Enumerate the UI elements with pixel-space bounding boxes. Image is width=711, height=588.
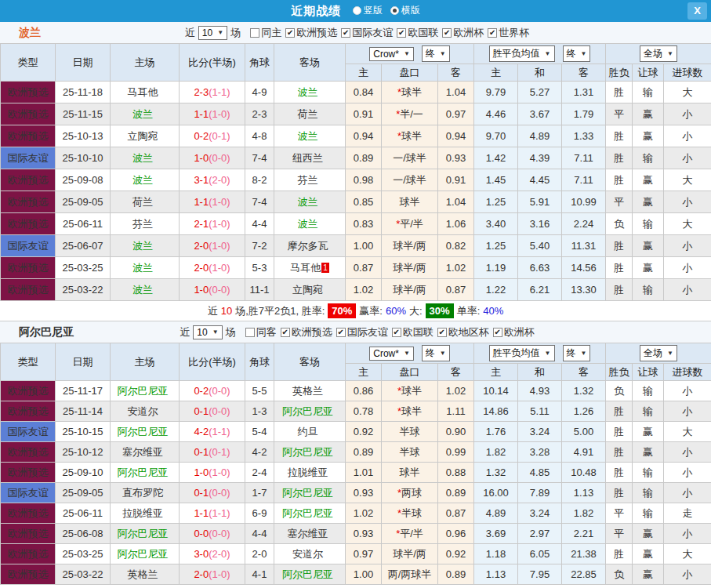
cell-corners: 7-4 [245,147,274,169]
cell-avg-home: 4.89 [474,503,518,524]
cell-odds-away: 0.91 [438,169,474,191]
cell-avg-draw: 6.21 [518,279,562,301]
home-team-name: 荷兰 [132,196,153,208]
cell-result-handicap: 赢 [633,544,664,564]
odds-final-select[interactable]: 终▼ [422,45,450,62]
cell-odds-away: 0.97 [438,103,474,125]
cell-home-team: 阿尔巴尼亚 [111,381,180,401]
cell-result-wdl: 平 [606,524,633,544]
home-team-name: 立陶宛 [128,130,158,142]
title-cluster: 近期战绩 竖版横版 [291,4,419,19]
handicap-text: 平/半 [400,528,423,539]
cell-odds-away: 1.04 [438,82,474,103]
cell-avg-home: 1.32 [474,463,518,483]
cell-odds-away: 1.02 [438,381,474,401]
cell-date: 25-11-17 [56,381,111,401]
half-time-score: (0-0) [209,284,230,296]
away-team-name: 塞尔维亚 [288,528,328,539]
cell-score: 1-0(0-0) [180,279,245,301]
cell-corners: 2-3 [245,103,274,125]
checkbox-unchecked-icon [250,28,259,38]
cell-result-goals: 大 [664,422,711,442]
cell-odds-away: 0.89 [438,483,474,503]
cell-score: 2-0(1-0) [180,235,245,257]
filter-checkbox-欧地区杯[interactable]: ✔欧地区杯 [433,325,489,339]
unit-label: 场 [230,26,241,40]
layout-radio-横版[interactable]: 横版 [390,4,420,17]
cell-competition-type: 欧洲预选 [1,279,56,301]
filter-checkbox-世界杯[interactable]: ✔世界杯 [484,26,529,40]
matches-table: 类型 日期 主场 比分(半场) 角球 客场 Crow*▼ 终▼ 胜平负均 [0,343,711,585]
odds-company-select[interactable]: Crow*▼ [369,47,414,61]
avg-type-select[interactable]: 胜平负均值▼ [489,45,555,62]
col-header-handicap: 盘口 [382,64,438,82]
home-team-name: 阿尔巴尼亚 [118,528,169,539]
avg-final-value: 终 [567,47,576,60]
match-count-select[interactable]: 10▼ [198,26,227,40]
odds-company-select[interactable]: Crow*▼ [369,347,414,361]
filter-checkbox-欧洲杯[interactable]: ✔欧洲杯 [438,26,484,40]
cell-date: 25-11-18 [56,82,111,103]
summary-part: 10 [221,305,232,317]
match-count-select[interactable]: 10▼ [193,325,222,339]
cell-away-team: 阿尔巴尼亚 [274,503,346,524]
filter-checkbox-国际友谊[interactable]: ✔国际友谊 [332,325,388,339]
layout-radio-竖版[interactable]: 竖版 [353,4,383,17]
filter-checkbox-同客[interactable]: 同客 [245,325,277,339]
avg-type-select[interactable]: 胜平负均值▼ [489,345,555,361]
cell-handicap: 两/两球半 [382,564,438,585]
cell-competition-type: 国际友谊 [1,422,56,442]
summary-part: 40% [483,305,503,317]
cell-odds-home: 0.87 [346,257,382,279]
cell-competition-type: 欧洲预选 [1,564,56,585]
cell-away-team: 荷兰 [274,103,346,125]
avg-final-select[interactable]: 终▼ [563,45,591,62]
cell-handicap: *球半 [382,125,438,147]
home-team-name: 拉脱维亚 [122,507,163,519]
cell-corners: 8-2 [245,169,274,191]
odds-final-select[interactable]: 终▼ [422,345,450,361]
scope-select[interactable]: 全场▼ [640,345,677,361]
cell-odds-home: 0.93 [346,483,382,503]
cell-result-goals: 小 [664,524,711,544]
cell-odds-home: 0.94 [346,125,382,147]
cell-avg-away: 21.38 [562,544,606,564]
cell-competition-type: 欧洲预选 [1,463,56,483]
handicap-text: 球半/两 [393,240,426,252]
cell-odds-away: 0.92 [438,544,474,564]
filter-checkbox-国际友谊[interactable]: ✔国际友谊 [337,26,393,40]
half-time-score: (1-0) [209,196,230,208]
avg-final-select[interactable]: 终▼ [563,345,591,361]
away-team-name: 纽西兰 [292,152,323,164]
table-row: 欧洲预选 25-11-17 阿尔巴尼亚 0-2(0-0) 5-5 英格兰 0.8… [1,381,711,401]
table-row: 欧洲预选 25-06-11 芬兰 2-1(1-0) 4-4 波兰 0.83 *平… [1,213,711,235]
cell-date: 25-03-25 [56,544,111,564]
close-button[interactable]: X [687,2,707,20]
cell-competition-type: 欧洲预选 [1,169,56,191]
filter-checkbox-欧国联[interactable]: ✔欧国联 [388,325,433,339]
cell-home-team: 波兰 [111,235,180,257]
handicap-text: 半球 [400,446,420,458]
cell-competition-type: 欧洲预选 [1,125,56,147]
dropdown-arrow-icon: ▼ [217,29,223,36]
cell-avg-away: 2.24 [562,213,606,235]
cell-avg-draw: 7.89 [518,483,562,503]
cell-result-wdl: 负 [606,213,633,235]
avg-group-header: 胜平负均值▼ 终▼ [474,343,606,364]
filter-checkbox-欧洲预选[interactable]: ✔欧洲预选 [281,26,337,40]
filter-checkbox-欧洲预选[interactable]: ✔欧洲预选 [277,325,332,339]
cell-score: 0-2(0-0) [180,381,245,401]
cell-away-team: 波兰 [274,213,346,235]
filter-checkbox-同主[interactable]: 同主 [250,26,281,40]
col-header-result-goals: 进球数 [664,364,711,381]
cell-odds-away: 0.82 [438,235,474,257]
col-header-odds-home: 主 [346,64,382,82]
cell-score: 2-1(1-0) [180,213,245,235]
table-row: 欧洲预选 25-11-14 安道尔 0-1(0-0) 1-3 阿尔巴尼亚 0.7… [1,401,711,422]
summary-part: 大: [409,305,423,317]
cell-result-wdl: 胜 [606,279,633,301]
away-team-name: 阿尔巴尼亚 [282,405,333,417]
filter-checkbox-欧洲杯[interactable]: ✔欧洲杯 [489,325,535,339]
scope-select[interactable]: 全场▼ [640,45,677,62]
filter-checkbox-欧国联[interactable]: ✔欧国联 [393,26,438,40]
